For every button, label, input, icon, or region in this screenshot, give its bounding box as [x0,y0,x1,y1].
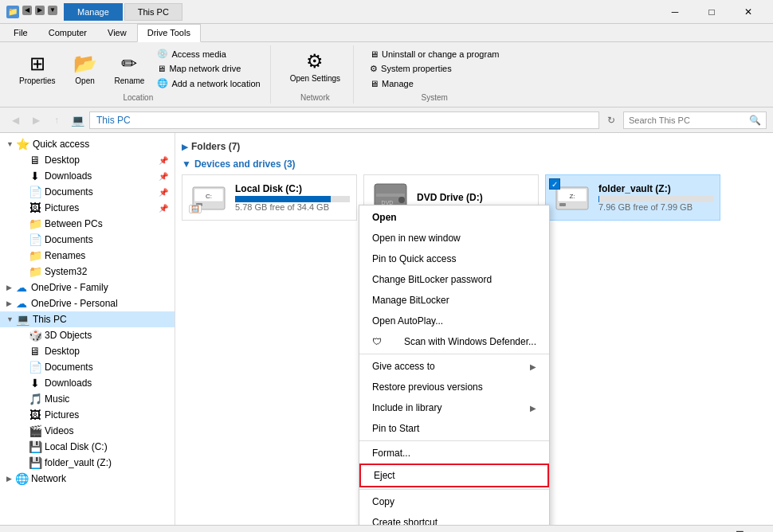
pin-icon2: 📌 [159,172,168,181]
sidebar-item-documents3[interactable]: 📄 Documents [0,359,175,375]
progress-fill-z [598,196,599,202]
forward-button[interactable]: ▶ [27,111,45,129]
sidebar-item-network[interactable]: ▶ 🌐 Network [0,471,175,487]
sidebar-item-videos[interactable]: 🎬 Videos [0,423,175,439]
view-details-button[interactable]: ☰ [732,527,747,533]
close-button[interactable]: ✕ [730,0,767,24]
arrow-icon2: ▶ [530,404,536,413]
maximize-button[interactable]: □ [693,0,730,24]
sidebar-item-localdisk[interactable]: 💾 Local Disk (C:) [0,439,175,455]
sidebar-item-downloads1[interactable]: ⬇ Downloads 📌 [0,168,175,184]
system-label: System [422,93,448,102]
context-menu: Open Open in new window Pin to Quick acc… [359,205,550,525]
network-buttons: ⚙ Open Settings [284,47,347,86]
sidebar-item-downloads2[interactable]: ⬇ Downloads [0,375,175,391]
context-open-autoplay[interactable]: Open AutoPlay... [359,311,549,331]
ribbon-tab-view[interactable]: View [97,24,137,41]
context-format[interactable]: Format... [359,443,549,464]
downloads-icon2: ⬇ [29,377,41,389]
rename-button[interactable]: ✏ Rename [108,49,151,88]
sidebar-item-documents2[interactable]: 📄 Documents [0,232,175,248]
access-media-button[interactable]: 💿 Access media [154,47,263,61]
open-button[interactable]: 📂 Open [65,49,105,88]
sidebar-item-betweenpcs[interactable]: 📁 Between PCs [0,216,175,232]
context-include-library[interactable]: Include in library ▶ [359,397,549,418]
up-button[interactable]: ↑ [48,111,65,129]
titlebar-controls: ─ □ ✕ [657,0,767,24]
context-manage-bitlocker[interactable]: Manage BitLocker [359,290,549,311]
progress-fill-c [235,196,331,202]
map-network-button[interactable]: 🖥 Map network drive [154,62,263,75]
sidebar-item-3dobjects[interactable]: 🎲 3D Objects [0,327,175,343]
renames-icon: 📁 [29,249,41,262]
manage-button[interactable]: 🖥 Manage [367,77,502,90]
quickaccess-icon: ⭐ [17,138,29,151]
sidebar-item-pictures2[interactable]: 🖼 Pictures [0,407,175,423]
separator2 [359,440,549,441]
properties-button[interactable]: ⊞ Properties [13,49,62,88]
ribbon-tab-computer[interactable]: Computer [38,24,97,41]
network-label: Network [300,93,330,102]
chevron-icon3: ▶ [6,299,12,307]
sidebar-item-quickaccess[interactable]: ▼ ⭐ Quick access [0,136,175,152]
sidebar-item-thispc[interactable]: ▼ 💻 This PC [0,311,175,327]
context-open-new-window[interactable]: Open in new window [359,228,549,248]
sidebar-item-onedrive-family[interactable]: ▶ ☁ OneDrive - Family [0,280,175,295]
sidebar-item-foldervault[interactable]: 💾 folder_vault (Z:) [0,455,175,471]
sidebar-item-renames[interactable]: 📁 Renames [0,248,175,264]
down-icon: ▼ [48,6,57,15]
ribbon-group-network: ⚙ Open Settings Network [277,45,354,104]
chevron-icon: ▼ [6,140,14,148]
uninstall-button[interactable]: 🖥 Uninstall or change a program [367,48,502,61]
context-restore-versions[interactable]: Restore previous versions [359,377,549,397]
documents-icon3: 📄 [29,361,41,374]
sidebar-item-pictures1[interactable]: 🖼 Pictures 📌 [0,200,175,216]
drive-item-c[interactable]: C: 🪟 Local Disk (C:) 5.78 GB free of 34.… [182,174,357,221]
search-input[interactable] [629,115,746,125]
context-scan-defender[interactable]: 🛡 Scan with Windows Defender... [359,331,549,352]
back-button[interactable]: ◀ [6,111,24,129]
context-pin-quick[interactable]: Pin to Quick access [359,248,549,269]
ribbon-tab-drivetools[interactable]: Drive Tools [137,24,201,42]
refresh-btn[interactable]: ↻ [602,111,620,129]
context-pin-start[interactable]: Pin to Start [359,418,549,439]
context-create-shortcut[interactable]: Create shortcut [359,512,549,525]
open-settings-button[interactable]: ⚙ Open Settings [284,47,347,86]
ribbon: File Computer View Drive Tools ⊞ Propert… [0,24,773,108]
context-give-access[interactable]: Give access to ▶ [359,356,549,377]
context-eject[interactable]: Eject [359,464,549,487]
drive-header-z: Z: folder_vault (Z:) 7.96 GB free of 7.9… [552,182,713,213]
onedrive-family-icon: ☁ [15,281,28,294]
ribbon-tab-file[interactable]: File [3,24,38,41]
music-icon: 🎵 [29,393,41,405]
context-change-bitlocker[interactable]: Change BitLocker password [359,269,549,290]
sidebar-item-system32[interactable]: 📁 System32 [0,264,175,280]
address-path[interactable]: This PC [89,111,599,129]
drive-info-z: folder_vault (Z:) 7.96 GB free of 7.99 G… [598,183,713,212]
3dobjects-icon: 🎲 [29,329,41,342]
titlebar-tab-thispc[interactable]: This PC [124,3,182,21]
sidebar-item-onedrive-personal[interactable]: ▶ ☁ OneDrive - Personal [0,295,175,311]
add-network-button[interactable]: 🌐 Add a network location [154,76,263,90]
sidebar-item-music[interactable]: 🎵 Music [0,391,175,407]
minimize-button[interactable]: ─ [657,0,693,24]
drive-header-c: C: 🪟 Local Disk (C:) 5.78 GB free of 34.… [189,182,350,213]
system-properties-button[interactable]: ⚙ System properties [367,62,502,76]
open-icon: 📂 [73,53,97,75]
ribbon-group-system: 🖥 Uninstall or change a program ⚙ System… [360,45,508,104]
view-icons-button[interactable]: ⊞ [751,527,767,533]
sidebar-item-desktop1[interactable]: 🖥 Desktop 📌 [0,152,175,168]
sidebar-item-documents1[interactable]: 📄 Documents 📌 [0,184,175,200]
computer-icon-btn[interactable]: 💻 [69,111,86,129]
documents-icon1: 📄 [29,186,41,198]
context-copy[interactable]: Copy [359,491,549,512]
defender-icon: 🛡 [372,336,382,347]
devices-header: ▼ Devices and drives (3) [182,155,767,171]
context-open[interactable]: Open [359,207,549,228]
path-label: This PC [96,115,131,126]
sidebar-item-desktop2[interactable]: 🖥 Desktop [0,343,175,359]
separator1 [359,354,549,354]
statusbar: 11 items 1 item selected ☰ ⊞ [0,525,773,532]
titlebar-tab-manage[interactable]: Manage [64,3,123,21]
drive-item-z[interactable]: ✓ Z: folder_vault (Z:) [545,174,720,221]
